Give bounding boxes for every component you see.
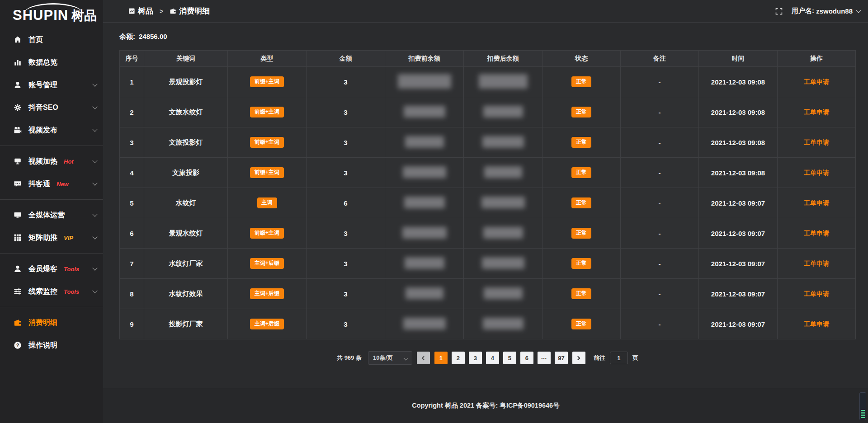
sidebar-item-video-heating[interactable]: 视频加热Hot bbox=[0, 150, 103, 173]
cell-status: 正常 bbox=[542, 158, 621, 188]
user-menu[interactable]: 用户名: zswodun88 bbox=[792, 7, 860, 15]
page-size-select[interactable]: 10条/页 bbox=[368, 351, 412, 365]
sidebar-item-douketong[interactable]: 抖客通New bbox=[0, 173, 103, 195]
sidebar-item-label: 视频加热 bbox=[28, 157, 57, 166]
work-order-link[interactable]: 工单申请 bbox=[804, 78, 829, 85]
sidebar-item-douyin-seo[interactable]: 抖音SEO bbox=[0, 96, 103, 119]
chevron-down-icon bbox=[92, 265, 97, 270]
cell-status: 正常 bbox=[542, 218, 621, 249]
work-order-link[interactable]: 工单申请 bbox=[804, 260, 829, 267]
chevron-down-icon bbox=[404, 356, 408, 360]
bar-chart-icon bbox=[14, 58, 22, 66]
type-badge: 前缀+主词 bbox=[250, 76, 284, 87]
cell-time: 2021-12-03 09:07 bbox=[699, 309, 778, 339]
goto-unit: 页 bbox=[632, 354, 638, 362]
fullscreen-icon[interactable] bbox=[775, 8, 783, 15]
cell-amount: 3 bbox=[307, 97, 385, 127]
cell-index: 5 bbox=[120, 188, 144, 218]
cell-keyword: 水纹灯效果 bbox=[144, 279, 228, 309]
cell-balance-before bbox=[385, 249, 464, 279]
sidebar-item-data-overview[interactable]: 数据总览 bbox=[0, 51, 103, 74]
sidebar: SHUPIN树品 首页数据总览账号管理抖音SEO视频发布视频加热Hot抖客通Ne… bbox=[0, 0, 103, 423]
page-button-6[interactable]: 6 bbox=[520, 352, 533, 364]
breadcrumb-item-shupin[interactable]: 树品 bbox=[138, 6, 153, 16]
chevron-down-icon bbox=[92, 234, 97, 239]
prev-page-button[interactable] bbox=[417, 352, 430, 364]
column-header: 扣费前余额 bbox=[385, 51, 464, 67]
cell-time: 2021-12-03 09:08 bbox=[699, 127, 778, 158]
next-page-button[interactable] bbox=[572, 352, 585, 364]
cell-index: 7 bbox=[120, 249, 144, 279]
cell-remark: - bbox=[621, 249, 699, 279]
cell-amount: 3 bbox=[307, 218, 385, 249]
sidebar-item-video-publish[interactable]: 视频发布 bbox=[0, 119, 103, 141]
work-order-link[interactable]: 工单申请 bbox=[804, 199, 829, 207]
cell-keyword: 景观水纹灯 bbox=[144, 218, 228, 249]
sidebar-item-member-baoke[interactable]: 会员爆客Tools bbox=[0, 258, 103, 280]
type-badge: 主词+后缀 bbox=[250, 258, 284, 268]
page-button-1[interactable]: 1 bbox=[434, 352, 448, 364]
sidebar-divider bbox=[0, 307, 103, 307]
cell-type: 主词+后缀 bbox=[228, 249, 307, 279]
cell-balance-before bbox=[385, 158, 464, 188]
floating-widget[interactable] bbox=[859, 392, 866, 420]
cell-remark: - bbox=[621, 158, 699, 188]
sidebar-item-home[interactable]: 首页 bbox=[0, 28, 103, 51]
breadcrumb-item-consumption-detail: 消费明细 bbox=[179, 6, 210, 16]
table-row: 4文旅投影前缀+主词3正常-2021-12-03 09:08工单申请 bbox=[120, 158, 856, 188]
remark-value: - bbox=[659, 139, 661, 146]
sidebar-item-account-management[interactable]: 账号管理 bbox=[0, 74, 103, 96]
cell-balance-after bbox=[464, 218, 542, 249]
cell-action: 工单申请 bbox=[778, 218, 856, 249]
cell-remark: - bbox=[621, 97, 699, 127]
work-order-link[interactable]: 工单申请 bbox=[804, 290, 829, 297]
chevron-down-icon bbox=[92, 158, 97, 163]
column-header: 操作 bbox=[778, 51, 856, 67]
sidebar-item-all-media-operation[interactable]: 全媒体运营 bbox=[0, 204, 103, 226]
status-badge: 正常 bbox=[571, 107, 591, 117]
work-order-link[interactable]: 工单申请 bbox=[804, 169, 829, 176]
more-pages-button[interactable]: ··· bbox=[538, 352, 551, 364]
chevron-right-icon bbox=[576, 356, 580, 360]
type-badge: 主词+后缀 bbox=[250, 288, 284, 299]
cell-remark: - bbox=[621, 188, 699, 218]
sidebar-item-operation-guide[interactable]: ?操作说明 bbox=[0, 334, 103, 357]
chevron-down-icon bbox=[92, 288, 97, 293]
redacted-balance-after bbox=[482, 257, 524, 269]
cell-status: 正常 bbox=[542, 249, 621, 279]
work-order-link[interactable]: 工单申请 bbox=[804, 320, 829, 328]
work-order-link[interactable]: 工单申请 bbox=[804, 108, 829, 116]
sidebar-item-clue-monitor[interactable]: 线索监控Tools bbox=[0, 280, 103, 303]
work-order-link[interactable]: 工单申请 bbox=[804, 139, 829, 146]
cell-remark: - bbox=[621, 279, 699, 309]
column-header: 扣费后余额 bbox=[464, 51, 542, 67]
sidebar-item-matrix-boost[interactable]: 矩阵助推VIP bbox=[0, 226, 103, 249]
wallet-icon bbox=[14, 319, 22, 327]
cell-balance-after bbox=[464, 158, 542, 188]
column-header: 时间 bbox=[699, 51, 778, 67]
sidebar-item-label: 线索监控 bbox=[28, 287, 57, 296]
wallet-icon bbox=[170, 8, 176, 14]
cell-balance-after bbox=[464, 188, 542, 218]
redacted-balance-after bbox=[484, 287, 523, 299]
cell-keyword: 文旅投影灯 bbox=[144, 127, 228, 158]
work-order-link[interactable]: 工单申请 bbox=[804, 230, 829, 237]
redacted-balance-before bbox=[406, 287, 443, 299]
cell-balance-after bbox=[464, 279, 542, 309]
topbar: 树品 > 消费明细 用户名: zswodun88 bbox=[103, 0, 868, 23]
page-button-2[interactable]: 2 bbox=[452, 352, 465, 364]
page-button-5[interactable]: 5 bbox=[503, 352, 516, 364]
status-badge: 正常 bbox=[571, 167, 591, 178]
goto-page-input[interactable] bbox=[610, 352, 628, 364]
cell-remark: - bbox=[621, 67, 699, 97]
cell-index: 9 bbox=[120, 309, 144, 339]
page-button-4[interactable]: 4 bbox=[486, 352, 499, 364]
cell-type: 前缀+主词 bbox=[228, 218, 307, 249]
sidebar-item-consumption-detail[interactable]: 消费明细 bbox=[0, 311, 103, 334]
page-button-3[interactable]: 3 bbox=[469, 352, 482, 364]
redacted-balance-after bbox=[479, 74, 528, 89]
page-size-value: 10条/页 bbox=[373, 354, 393, 362]
consumption-table-body: 1景观投影灯前缀+主词3正常-2021-12-03 09:08工单申请2文旅水纹… bbox=[120, 67, 856, 339]
remark-value: - bbox=[659, 230, 661, 237]
page-button-97[interactable]: 97 bbox=[555, 352, 568, 364]
